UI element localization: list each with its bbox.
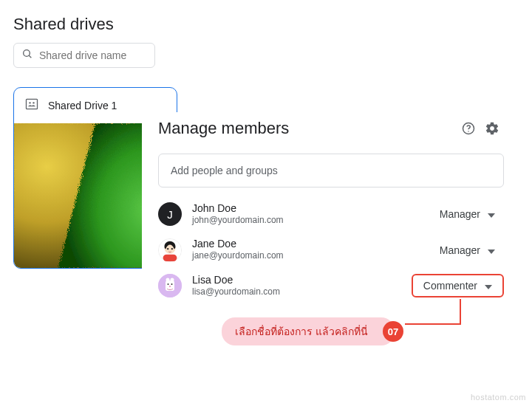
page-title: Shared drives <box>0 0 532 43</box>
svg-line-1 <box>29 55 31 58</box>
add-people-input[interactable]: Add people and groups <box>158 154 504 187</box>
member-name: John Doe <box>192 202 420 215</box>
chevron-down-icon <box>488 244 495 256</box>
search-box[interactable] <box>13 43 155 68</box>
search-icon <box>21 48 33 63</box>
svg-point-0 <box>24 50 30 57</box>
search-input[interactable] <box>39 49 147 61</box>
watermark: hostatom.com <box>471 393 526 402</box>
role-label: Manager <box>440 208 480 220</box>
svg-point-16 <box>166 278 170 281</box>
role-label: Manager <box>440 244 480 256</box>
svg-point-17 <box>171 278 174 281</box>
avatar <box>158 238 182 262</box>
member-name: Jane Doe <box>192 238 420 250</box>
chevron-down-icon <box>485 280 492 292</box>
member-email: lisa@yourdomain.com <box>192 286 401 298</box>
shared-drive-icon <box>24 97 39 114</box>
svg-rect-15 <box>166 281 174 291</box>
svg-point-20 <box>169 286 171 287</box>
member-name: Lisa Doe <box>192 274 401 286</box>
role-label: Commenter <box>423 280 477 292</box>
member-row: Jane Doe jane@yourdomain.com Manager <box>142 232 519 267</box>
manage-members-title: Manage members <box>158 119 457 138</box>
gear-icon[interactable] <box>480 117 504 140</box>
avatar <box>158 274 182 297</box>
role-selector[interactable]: Manager <box>431 238 504 262</box>
svg-point-3 <box>29 102 30 103</box>
svg-point-4 <box>33 102 34 103</box>
drive-card-title: Shared Drive 1 <box>48 100 117 111</box>
member-email: john@yourdomain.com <box>192 215 420 227</box>
step-badge: 07 <box>383 321 403 342</box>
svg-point-8 <box>468 131 469 132</box>
role-selector[interactable]: Manager <box>431 202 504 226</box>
instruction-callout: เลือกชื่อที่ต้องการ แล้วคลิกที่นี่ 07 <box>222 317 395 345</box>
help-icon[interactable] <box>457 117 480 140</box>
svg-rect-13 <box>163 254 177 261</box>
callout-text: เลือกชื่อที่ต้องการ แล้วคลิกที่นี่ <box>235 326 368 337</box>
svg-point-12 <box>171 248 173 250</box>
chevron-down-icon <box>488 208 495 220</box>
svg-rect-2 <box>27 99 38 109</box>
svg-point-18 <box>168 283 169 285</box>
svg-point-19 <box>171 283 173 285</box>
member-row: Lisa Doe lisa@yourdomain.com Commenter <box>142 268 519 303</box>
member-email: jane@yourdomain.com <box>192 250 420 262</box>
avatar: J <box>158 202 182 226</box>
svg-point-11 <box>167 248 168 250</box>
role-selector-highlighted[interactable]: Commenter <box>412 274 504 297</box>
member-row: J John Doe john@yourdomain.com Manager <box>142 196 519 232</box>
manage-members-panel: Manage members Add people and groups J J… <box>142 112 519 303</box>
